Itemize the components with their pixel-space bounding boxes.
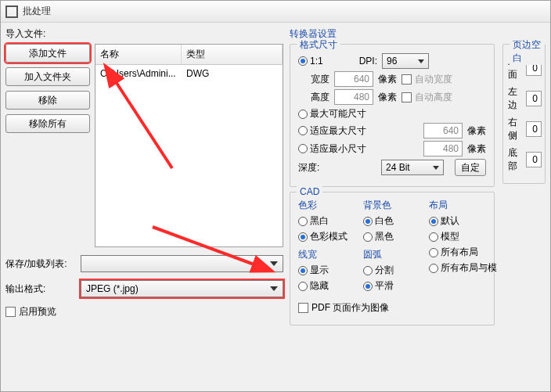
cad-group: CAD 色彩 黑白 色彩模式 线宽 显示 隐藏 背景色	[290, 192, 495, 325]
format-size-title: 格式尺寸	[297, 38, 340, 52]
lw-title: 线宽	[298, 248, 355, 261]
custom-depth-button[interactable]: 自定	[455, 159, 486, 176]
ratio-1-1-radio[interactable]: 1:1	[298, 56, 323, 67]
auto-height-checkbox[interactable]: 自动高度	[402, 91, 452, 104]
chevron-down-icon	[433, 166, 439, 170]
titlebar: 批处理	[1, 1, 550, 23]
cad-title: CAD	[297, 186, 322, 197]
dpi-select[interactable]: 96	[382, 53, 429, 69]
save-list-select[interactable]	[81, 255, 283, 272]
margin-left-label: 左边	[508, 85, 521, 112]
remove-button[interactable]: 移除	[5, 91, 90, 110]
enable-preview-checkbox[interactable]: 启用预览	[5, 305, 56, 318]
bg-black-radio[interactable]: 黑色	[363, 230, 394, 243]
width-label: 宽度	[298, 73, 330, 86]
width-input[interactable]: 640	[334, 71, 373, 87]
max-possible-radio[interactable]: 最大可能尺寸	[298, 107, 366, 120]
height-label: 高度	[298, 91, 330, 104]
arc-split-radio[interactable]: 分割	[363, 264, 394, 277]
layout-title: 布局	[429, 199, 486, 212]
window-title: 批处理	[23, 5, 51, 18]
col-type-header[interactable]: 类型	[182, 45, 283, 64]
fit-min-input[interactable]: 480	[423, 141, 463, 156]
margin-right-label: 右侧	[508, 116, 521, 142]
margin-left-input[interactable]: 0	[526, 91, 542, 106]
app-icon	[5, 5, 18, 18]
layout-all-radio[interactable]: 所有布局	[429, 246, 478, 259]
fit-max-radio[interactable]: 适应最大尺寸	[298, 124, 366, 138]
chevron-down-icon	[418, 59, 424, 63]
layout-all-model-radio[interactable]: 所有布局与模	[429, 261, 497, 275]
chevron-down-icon	[270, 261, 278, 266]
layout-model-radio[interactable]: 模型	[429, 230, 459, 243]
bg-white-radio[interactable]: 白色	[363, 214, 394, 228]
fit-min-radio[interactable]: 适应最小尺寸	[298, 142, 366, 156]
margin-group: 页边空白 上面0 左边0 右侧0 底部0	[502, 44, 546, 184]
pixel-label: 像素	[378, 73, 397, 86]
cell-name: C:\Users\Admini...	[95, 67, 182, 81]
lw-hide-radio[interactable]: 隐藏	[298, 279, 329, 293]
col-name-header[interactable]: 名称	[95, 45, 182, 64]
margin-bottom-label: 底部	[508, 146, 521, 173]
format-size-group: 格式尺寸 1:1 DPI: 96 宽度 640 像素 自动宽度	[290, 44, 495, 187]
add-folder-button[interactable]: 加入文件夹	[5, 67, 90, 86]
import-files-label: 导入文件:	[5, 27, 283, 41]
checkbox-icon	[5, 307, 16, 317]
depth-select[interactable]: 24 Bit	[381, 160, 444, 175]
save-list-label: 保存/加载列表:	[5, 257, 76, 271]
dpi-label: DPI:	[359, 56, 377, 67]
margin-title: 页边空白	[510, 38, 545, 65]
margin-bottom-input[interactable]: 0	[526, 152, 542, 167]
output-format-value: JPEG (*.jpg)	[86, 283, 139, 294]
bg-title: 背景色	[363, 199, 420, 212]
remove-all-button[interactable]: 移除所有	[5, 114, 90, 133]
auto-width-checkbox[interactable]: 自动宽度	[402, 73, 452, 86]
pixel-label: 像素	[378, 91, 397, 104]
color-mode-radio[interactable]: 色彩模式	[298, 230, 348, 243]
table-row[interactable]: C:\Users\Admini... DWG	[95, 65, 283, 82]
color-bw-radio[interactable]: 黑白	[298, 214, 329, 228]
arc-title: 圆弧	[363, 248, 420, 261]
pdf-as-image-checkbox[interactable]: PDF 页面作为图像	[298, 301, 389, 315]
color-title: 色彩	[298, 199, 355, 212]
cell-type: DWG	[182, 67, 283, 81]
chevron-down-icon	[270, 286, 278, 291]
files-table[interactable]: 名称 类型 C:\Users\Admini... DWG	[95, 44, 283, 247]
layout-default-radio[interactable]: 默认	[429, 214, 459, 228]
margin-right-input[interactable]: 0	[526, 121, 542, 137]
output-format-label: 输出格式:	[5, 282, 76, 296]
depth-label: 深度:	[298, 161, 319, 174]
add-file-button[interactable]: 添加文件	[5, 44, 90, 63]
height-input[interactable]: 480	[334, 89, 373, 105]
lw-show-radio[interactable]: 显示	[298, 264, 329, 277]
arc-smooth-radio[interactable]: 平滑	[363, 279, 394, 293]
fit-max-input[interactable]: 640	[423, 123, 463, 138]
output-format-select[interactable]: JPEG (*.jpg)	[81, 280, 283, 297]
